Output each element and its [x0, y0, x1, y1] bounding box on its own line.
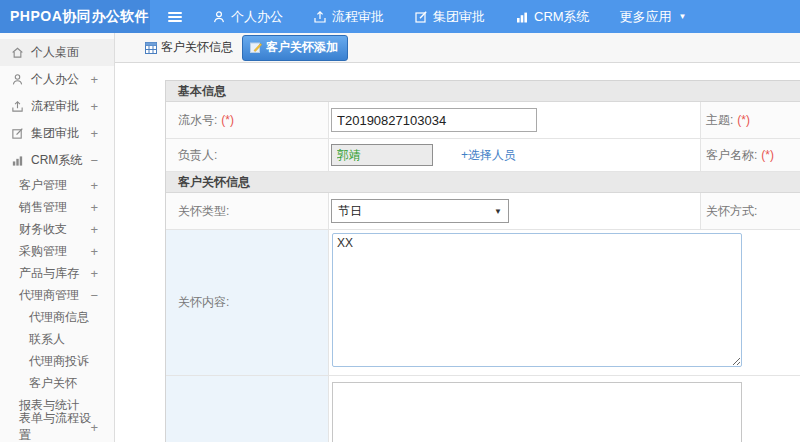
form-row-care-type: 关怀类型: 节日 ▼ 关怀方式:	[166, 193, 800, 230]
approval-icon	[414, 10, 428, 24]
dropdown-arrow-icon: ▼	[494, 207, 502, 216]
expand-plus-icon[interactable]: +	[90, 420, 98, 435]
sidebar-item-process-approval[interactable]: 流程审批 +	[0, 93, 114, 120]
tab-customer-care-info[interactable]: 客户关怀信息	[145, 39, 233, 56]
required-marker: (*)	[761, 148, 774, 162]
sidebar-item-products-inventory[interactable]: 产品与库存 +	[0, 262, 114, 284]
sidebar-item-label: 个人桌面	[31, 44, 79, 61]
hamburger-menu-icon[interactable]	[164, 8, 186, 26]
field-label: 主题:	[706, 112, 733, 129]
expand-plus-icon[interactable]: +	[90, 266, 98, 281]
field-label: 关怀类型:	[178, 203, 229, 220]
nav-personal-office[interactable]: 个人办公	[212, 8, 283, 26]
serial-number-input[interactable]	[331, 108, 537, 132]
home-icon	[11, 46, 24, 59]
sidebar-item-label: 客户关怀	[29, 375, 77, 392]
serial-label-cell: 流水号: (*)	[166, 102, 329, 138]
field-label: 客户名称:	[706, 147, 757, 164]
nav-item-label: 流程审批	[332, 8, 384, 26]
tab-customer-care-add[interactable]: 客户关怀添加	[242, 35, 348, 61]
customer-name-label-cell: 客户名称: (*)	[701, 139, 800, 171]
expand-plus-icon[interactable]: +	[90, 222, 98, 237]
sidebar-item-finance[interactable]: 财务收支 +	[0, 218, 114, 240]
owner-field-cell: +选择人员	[329, 139, 701, 171]
select-personnel-link[interactable]: +选择人员	[461, 147, 516, 164]
nav-group-approval[interactable]: 集团审批	[414, 8, 485, 26]
process-icon	[313, 10, 327, 24]
bar-chart-icon	[515, 10, 529, 24]
section-header-care-info: 客户关怀信息	[166, 172, 800, 193]
tab-label: 客户关怀添加	[266, 39, 338, 56]
field-label: 负责人:	[178, 147, 217, 164]
sidebar-item-label: 代理商管理	[19, 287, 79, 304]
extra-content-textarea[interactable]	[332, 382, 742, 442]
nav-crm-system[interactable]: CRM系统	[515, 8, 590, 26]
care-content-label-cell: 关怀内容:	[166, 230, 329, 375]
sidebar-item-agent-complaints[interactable]: 代理商投诉	[0, 350, 114, 372]
care-method-label-cell: 关怀方式:	[701, 193, 800, 229]
top-nav-menu: 个人办公 流程审批 集团审批 CRM系统 更多应用 ▼	[212, 8, 687, 26]
tab-strip: 客户关怀信息 客户关怀添加	[115, 33, 800, 63]
care-content-textarea[interactable]: XX	[332, 233, 742, 367]
care-content-field-cell: XX	[329, 230, 800, 375]
collapse-minus-icon[interactable]: −	[90, 288, 98, 303]
sidebar-item-customer-care[interactable]: 客户关怀	[0, 372, 114, 394]
care-type-label-cell: 关怀类型:	[166, 193, 329, 229]
sidebar-item-agent-mgmt[interactable]: 代理商管理 −	[0, 284, 114, 306]
sidebar-item-purchasing[interactable]: 采购管理 +	[0, 240, 114, 262]
expand-plus-icon[interactable]: +	[90, 99, 98, 114]
expand-plus-icon[interactable]: +	[90, 178, 98, 193]
form-row-care-content: 关怀内容: XX	[166, 230, 800, 376]
section-title: 客户关怀信息	[178, 174, 250, 191]
collapse-minus-icon[interactable]: −	[90, 153, 98, 168]
form-row-extra-content	[166, 376, 800, 442]
subject-label-cell: 主题: (*)	[701, 102, 800, 138]
person-icon	[11, 73, 24, 86]
sidebar-item-group-approval[interactable]: 集团审批 +	[0, 120, 114, 147]
extra-content-field-cell	[329, 376, 800, 442]
section-header-basic-info: 基本信息	[166, 81, 800, 102]
owner-input[interactable]	[331, 144, 433, 166]
nav-item-label: 集团审批	[433, 8, 485, 26]
sidebar-item-form-process-settings[interactable]: 表单与流程设置 +	[0, 416, 114, 438]
top-nav-bar: PHPOA协同办公软件 个人办公 流程审批 集团审批 CRM系统 更多应用 ▼	[0, 0, 800, 33]
sidebar-item-label: 采购管理	[19, 243, 67, 260]
sidebar-item-admin-office[interactable]: 行政办公 +	[0, 438, 114, 442]
expand-plus-icon[interactable]: +	[90, 72, 98, 87]
required-marker: (*)	[737, 113, 750, 127]
sidebar-item-label: 销售管理	[19, 199, 67, 216]
sidebar-item-label: 集团审批	[31, 125, 79, 142]
selected-option: 节日	[338, 203, 362, 220]
expand-plus-icon[interactable]: +	[90, 126, 98, 141]
tab-label: 客户关怀信息	[161, 39, 233, 56]
nav-item-label: CRM系统	[534, 8, 590, 26]
app-logo[interactable]: PHPOA协同办公软件	[0, 0, 150, 33]
field-label: 关怀内容:	[178, 294, 229, 311]
form-row-owner: 负责人: +选择人员 客户名称: (*)	[166, 139, 800, 172]
table-icon	[145, 42, 157, 54]
care-type-select[interactable]: 节日 ▼	[331, 199, 509, 223]
nav-item-label: 个人办公	[231, 8, 283, 26]
sidebar-item-personal-office[interactable]: 个人办公 +	[0, 66, 114, 93]
section-title: 基本信息	[178, 83, 226, 100]
sidebar-item-customer-mgmt[interactable]: 客户管理 +	[0, 174, 114, 196]
sidebar-item-crm-system[interactable]: CRM系统 −	[0, 147, 114, 174]
extra-content-label-cell	[166, 376, 329, 442]
sidebar-item-contacts[interactable]: 联系人	[0, 328, 114, 350]
sidebar-item-label: 联系人	[29, 331, 65, 348]
expand-plus-icon[interactable]: +	[90, 244, 98, 259]
nav-process-approval[interactable]: 流程审批	[313, 8, 384, 26]
expand-plus-icon[interactable]: +	[90, 200, 98, 215]
process-icon	[11, 100, 24, 113]
customer-care-form: 基本信息 流水号: (*) 主题: (*) 负责人: +选择人员 客户名称: (…	[165, 80, 800, 442]
edit-icon	[250, 41, 262, 53]
sidebar-item-personal-desktop[interactable]: 个人桌面	[0, 39, 114, 66]
sidebar-item-label: 财务收支	[19, 221, 67, 238]
nav-more-apps[interactable]: 更多应用 ▼	[620, 8, 687, 26]
care-type-field-cell: 节日 ▼	[329, 193, 701, 229]
sidebar-nav: 个人桌面 个人办公 + 流程审批 + 集团审批 + CRM系统 − 客户管理 +…	[0, 33, 115, 442]
approval-icon	[11, 127, 24, 140]
sidebar-item-agent-info[interactable]: 代理商信息	[0, 306, 114, 328]
sidebar-item-label: 客户管理	[19, 177, 67, 194]
sidebar-item-sales-mgmt[interactable]: 销售管理 +	[0, 196, 114, 218]
